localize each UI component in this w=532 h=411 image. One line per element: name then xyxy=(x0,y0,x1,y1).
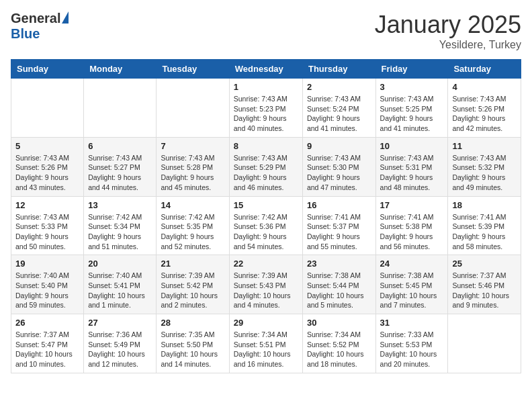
column-header-friday: Friday xyxy=(375,60,448,79)
day-info: Sunrise: 7:35 AM Sunset: 5:50 PM Dayligh… xyxy=(161,330,224,369)
calendar-cell xyxy=(84,79,157,138)
day-number: 26 xyxy=(15,318,79,328)
day-info: Sunrise: 7:43 AM Sunset: 5:29 PM Dayligh… xyxy=(234,153,298,193)
calendar-cell: 12Sunrise: 7:43 AM Sunset: 5:33 PM Dayli… xyxy=(11,196,84,255)
day-info: Sunrise: 7:33 AM Sunset: 5:53 PM Dayligh… xyxy=(380,330,444,369)
calendar-cell: 24Sunrise: 7:38 AM Sunset: 5:45 PM Dayli… xyxy=(375,255,448,314)
day-number: 14 xyxy=(161,200,224,210)
day-info: Sunrise: 7:43 AM Sunset: 5:30 PM Dayligh… xyxy=(307,153,371,193)
day-info: Sunrise: 7:42 AM Sunset: 5:36 PM Dayligh… xyxy=(234,212,298,252)
day-number: 9 xyxy=(307,141,371,151)
day-info: Sunrise: 7:43 AM Sunset: 5:31 PM Dayligh… xyxy=(380,153,444,193)
page-header: General Blue January 2025 Yesildere, Tur… xyxy=(11,11,521,51)
calendar-cell: 26Sunrise: 7:37 AM Sunset: 5:47 PM Dayli… xyxy=(11,314,84,373)
day-info: Sunrise: 7:36 AM Sunset: 5:49 PM Dayligh… xyxy=(88,330,152,369)
logo-general-text: General xyxy=(11,11,60,26)
day-number: 15 xyxy=(234,200,298,210)
calendar-cell xyxy=(157,79,229,138)
day-info: Sunrise: 7:41 AM Sunset: 5:38 PM Dayligh… xyxy=(380,212,444,252)
day-number: 31 xyxy=(380,318,444,328)
day-info: Sunrise: 7:34 AM Sunset: 5:52 PM Dayligh… xyxy=(307,330,371,369)
day-number: 7 xyxy=(161,141,224,151)
day-number: 17 xyxy=(380,200,444,210)
calendar-cell: 19Sunrise: 7:40 AM Sunset: 5:40 PM Dayli… xyxy=(11,255,84,314)
day-number: 2 xyxy=(307,82,371,92)
day-number: 16 xyxy=(307,200,371,210)
day-number: 10 xyxy=(380,141,444,151)
calendar-table: SundayMondayTuesdayWednesdayThursdayFrid… xyxy=(11,59,521,373)
calendar-cell: 16Sunrise: 7:41 AM Sunset: 5:37 PM Dayli… xyxy=(302,196,375,255)
logo-blue-text: Blue xyxy=(11,26,40,42)
day-number: 24 xyxy=(380,259,444,269)
day-info: Sunrise: 7:41 AM Sunset: 5:37 PM Dayligh… xyxy=(307,212,371,252)
day-info: Sunrise: 7:43 AM Sunset: 5:26 PM Dayligh… xyxy=(452,94,517,134)
day-info: Sunrise: 7:37 AM Sunset: 5:47 PM Dayligh… xyxy=(15,330,79,369)
calendar-cell: 2Sunrise: 7:43 AM Sunset: 5:24 PM Daylig… xyxy=(302,79,375,138)
day-number: 1 xyxy=(234,82,298,92)
day-number: 29 xyxy=(234,318,298,328)
calendar-cell xyxy=(448,314,521,373)
column-header-monday: Monday xyxy=(84,60,157,79)
column-header-sunday: Sunday xyxy=(11,60,84,79)
calendar-week-row: 12Sunrise: 7:43 AM Sunset: 5:33 PM Dayli… xyxy=(11,196,521,255)
calendar-header-row: SundayMondayTuesdayWednesdayThursdayFrid… xyxy=(11,60,521,79)
calendar-cell: 17Sunrise: 7:41 AM Sunset: 5:38 PM Dayli… xyxy=(375,196,448,255)
calendar-cell: 8Sunrise: 7:43 AM Sunset: 5:29 PM Daylig… xyxy=(229,137,302,196)
day-number: 11 xyxy=(452,141,517,151)
calendar-cell: 1Sunrise: 7:43 AM Sunset: 5:23 PM Daylig… xyxy=(229,79,302,138)
day-info: Sunrise: 7:34 AM Sunset: 5:51 PM Dayligh… xyxy=(234,330,298,369)
calendar-cell: 14Sunrise: 7:42 AM Sunset: 5:35 PM Dayli… xyxy=(157,196,229,255)
day-info: Sunrise: 7:41 AM Sunset: 5:39 PM Dayligh… xyxy=(452,212,517,252)
calendar-cell: 23Sunrise: 7:38 AM Sunset: 5:44 PM Dayli… xyxy=(302,255,375,314)
day-info: Sunrise: 7:43 AM Sunset: 5:26 PM Dayligh… xyxy=(15,153,79,193)
day-info: Sunrise: 7:43 AM Sunset: 5:25 PM Dayligh… xyxy=(380,94,444,134)
calendar-cell: 10Sunrise: 7:43 AM Sunset: 5:31 PM Dayli… xyxy=(375,137,448,196)
calendar-week-row: 26Sunrise: 7:37 AM Sunset: 5:47 PM Dayli… xyxy=(11,314,521,373)
day-number: 18 xyxy=(452,200,517,210)
page-title: January 2025 xyxy=(375,11,521,39)
day-number: 20 xyxy=(88,259,152,269)
day-info: Sunrise: 7:42 AM Sunset: 5:34 PM Dayligh… xyxy=(88,212,152,252)
calendar-cell: 3Sunrise: 7:43 AM Sunset: 5:25 PM Daylig… xyxy=(375,79,448,138)
calendar-cell: 5Sunrise: 7:43 AM Sunset: 5:26 PM Daylig… xyxy=(11,137,84,196)
column-header-tuesday: Tuesday xyxy=(157,60,229,79)
calendar-cell: 27Sunrise: 7:36 AM Sunset: 5:49 PM Dayli… xyxy=(84,314,157,373)
calendar-cell: 13Sunrise: 7:42 AM Sunset: 5:34 PM Dayli… xyxy=(84,196,157,255)
day-number: 19 xyxy=(15,259,79,269)
calendar-cell: 4Sunrise: 7:43 AM Sunset: 5:26 PM Daylig… xyxy=(448,79,521,138)
calendar-cell: 25Sunrise: 7:37 AM Sunset: 5:46 PM Dayli… xyxy=(448,255,521,314)
day-number: 27 xyxy=(88,318,152,328)
calendar-week-row: 5Sunrise: 7:43 AM Sunset: 5:26 PM Daylig… xyxy=(11,137,521,196)
day-number: 28 xyxy=(161,318,224,328)
day-number: 22 xyxy=(234,259,298,269)
day-info: Sunrise: 7:43 AM Sunset: 5:27 PM Dayligh… xyxy=(88,153,152,193)
day-info: Sunrise: 7:43 AM Sunset: 5:33 PM Dayligh… xyxy=(15,212,79,252)
page-subtitle: Yesildere, Turkey xyxy=(375,39,521,51)
day-info: Sunrise: 7:37 AM Sunset: 5:46 PM Dayligh… xyxy=(452,271,517,310)
day-info: Sunrise: 7:43 AM Sunset: 5:24 PM Dayligh… xyxy=(307,94,371,134)
day-info: Sunrise: 7:43 AM Sunset: 5:28 PM Dayligh… xyxy=(161,153,224,193)
calendar-cell: 7Sunrise: 7:43 AM Sunset: 5:28 PM Daylig… xyxy=(157,137,229,196)
calendar-cell: 18Sunrise: 7:41 AM Sunset: 5:39 PM Dayli… xyxy=(448,196,521,255)
calendar-cell: 20Sunrise: 7:40 AM Sunset: 5:41 PM Dayli… xyxy=(84,255,157,314)
day-info: Sunrise: 7:39 AM Sunset: 5:42 PM Dayligh… xyxy=(161,271,224,310)
day-number: 23 xyxy=(307,259,371,269)
day-info: Sunrise: 7:40 AM Sunset: 5:40 PM Dayligh… xyxy=(15,271,79,310)
calendar-week-row: 1Sunrise: 7:43 AM Sunset: 5:23 PM Daylig… xyxy=(11,79,521,138)
day-number: 3 xyxy=(380,82,444,92)
calendar-cell: 22Sunrise: 7:39 AM Sunset: 5:43 PM Dayli… xyxy=(229,255,302,314)
day-number: 13 xyxy=(88,200,152,210)
calendar-cell: 28Sunrise: 7:35 AM Sunset: 5:50 PM Dayli… xyxy=(157,314,229,373)
day-info: Sunrise: 7:43 AM Sunset: 5:23 PM Dayligh… xyxy=(234,94,298,134)
day-number: 30 xyxy=(307,318,371,328)
day-number: 5 xyxy=(15,141,79,151)
calendar-cell: 15Sunrise: 7:42 AM Sunset: 5:36 PM Dayli… xyxy=(229,196,302,255)
calendar-cell: 30Sunrise: 7:34 AM Sunset: 5:52 PM Dayli… xyxy=(302,314,375,373)
day-info: Sunrise: 7:40 AM Sunset: 5:41 PM Dayligh… xyxy=(88,271,152,310)
day-number: 12 xyxy=(15,200,79,210)
day-number: 4 xyxy=(452,82,517,92)
calendar-week-row: 19Sunrise: 7:40 AM Sunset: 5:40 PM Dayli… xyxy=(11,255,521,314)
day-number: 8 xyxy=(234,141,298,151)
title-block: January 2025 Yesildere, Turkey xyxy=(375,11,521,51)
calendar-cell: 31Sunrise: 7:33 AM Sunset: 5:53 PM Dayli… xyxy=(375,314,448,373)
